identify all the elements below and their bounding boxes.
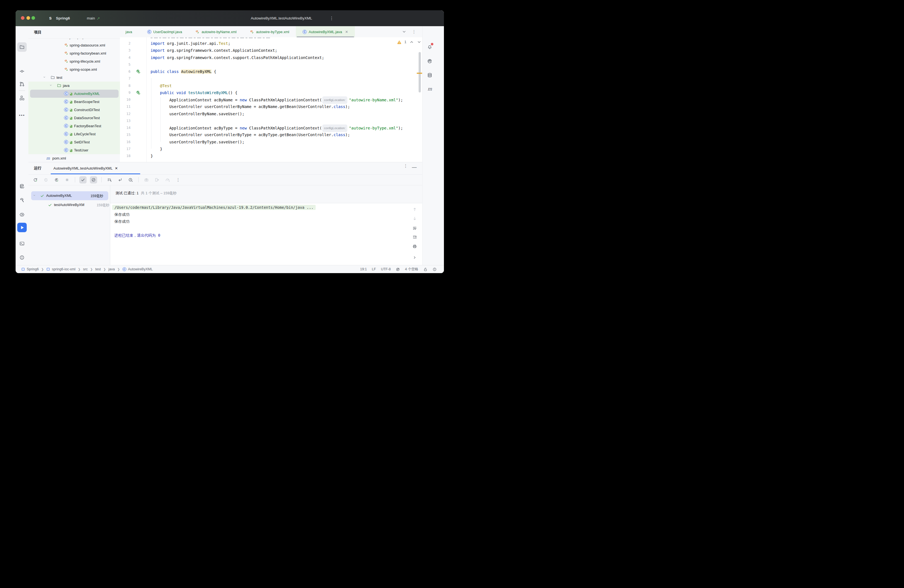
- status-item[interactable]: LF: [372, 267, 376, 271]
- status-item[interactable]: 4 个空格: [405, 267, 418, 272]
- tool-maven-button[interactable]: m: [425, 84, 435, 93]
- breadcrumb-java[interactable]: java: [109, 267, 115, 271]
- tree-item-SetDITest[interactable]: CSetDITest: [28, 138, 120, 146]
- tool-structure-button[interactable]: [16, 93, 28, 103]
- project-panel-header[interactable]: 项目: [28, 26, 120, 39]
- down-arrow-button[interactable]: [411, 217, 419, 221]
- editor-scrollbar[interactable]: [419, 52, 421, 92]
- test-passed-icon: [48, 203, 52, 207]
- stop-button[interactable]: [63, 176, 71, 183]
- breadcrumb-test[interactable]: test: [95, 267, 101, 271]
- close-window-button[interactable]: [21, 16, 24, 20]
- bang-circle-status-icon[interactable]: [433, 267, 437, 272]
- tree-item-BeanScopeTest[interactable]: CBeanScopeTest: [28, 98, 120, 106]
- tree-item-spring-factorybean.xml[interactable]: spring-factorybean.xml: [28, 49, 120, 57]
- test-row-testAutoWireByXM[interactable]: testAutoWireByXM159毫秒: [28, 201, 110, 209]
- left-tool-strip: •••: [16, 26, 28, 265]
- tree-item-AutowireByXML[interactable]: CAutowireByXML: [28, 90, 120, 98]
- code-editor[interactable]: 2import org.junit.jupiter.api.Test;3impo…: [120, 37, 422, 162]
- tree-item-spring-lifecycle.xml[interactable]: spring-lifecycle.xml: [28, 57, 120, 65]
- tree-item-LifeCycleTest[interactable]: CLifeCycleTest: [28, 130, 120, 138]
- scroll-end-button[interactable]: [411, 235, 419, 239]
- code-line-9: 9 public void testAutoWireByXML() {: [120, 89, 422, 96]
- chevron-right-button[interactable]: [411, 255, 419, 260]
- tool-commit-button[interactable]: [16, 66, 28, 76]
- sort-down-button[interactable]: [106, 176, 113, 183]
- show-ignored-button[interactable]: [90, 176, 97, 183]
- rerun-button[interactable]: [32, 176, 39, 183]
- tree-item-FactoryBeanTest[interactable]: CFactoryBeanTest: [28, 122, 120, 130]
- tool-bell-button[interactable]: [425, 42, 435, 52]
- tree-item-ConstructDITest[interactable]: CConstructDITest: [28, 106, 120, 114]
- run-test-gutter-icon[interactable]: [136, 70, 141, 74]
- inspection-widget[interactable]: 1: [397, 40, 421, 44]
- export-button[interactable]: [153, 176, 161, 183]
- lock-open-status-icon[interactable]: [424, 267, 428, 272]
- editor-tab-autowire-byName.xml[interactable]: autowire-byName.xml: [189, 26, 243, 37]
- tab-label: autowire-byName.xml: [202, 30, 237, 34]
- branch-widget[interactable]: main ↗: [85, 10, 101, 26]
- chevron-down-icon[interactable]: [43, 76, 46, 79]
- run-configuration-name[interactable]: AutowireByXML.testAutoWireByXML: [251, 16, 312, 21]
- tree-item-DataSourceTest[interactable]: CDataSourceTest: [28, 114, 120, 122]
- tool-terminal-button[interactable]: [16, 239, 28, 248]
- zoom-window-button[interactable]: [32, 16, 35, 20]
- run-tab[interactable]: AutowireByXML.testAutoWireByXML ✕: [51, 162, 118, 174]
- minimize-window-button[interactable]: [27, 16, 30, 20]
- run-test-gutter-icon[interactable]: [136, 90, 141, 95]
- show-passed-button[interactable]: [79, 176, 87, 183]
- kebab-button[interactable]: ⋮: [174, 176, 182, 183]
- next-problem-icon[interactable]: [417, 40, 421, 44]
- status-item[interactable]: 19:1: [360, 267, 367, 271]
- line-number: 14: [120, 126, 131, 130]
- toolbar-separator: [75, 177, 75, 182]
- status-item[interactable]: UTF-8: [381, 267, 391, 271]
- tool-ai-assistant-button[interactable]: [425, 57, 435, 66]
- gauge-button[interactable]: [164, 176, 171, 183]
- tool-run-play-button[interactable]: [16, 223, 28, 232]
- tool-services-button[interactable]: [16, 210, 28, 220]
- tab-list-icon[interactable]: [402, 30, 406, 34]
- eye-off-status-icon[interactable]: [396, 267, 400, 272]
- tool-pull-requests-button[interactable]: [16, 79, 28, 89]
- run-console[interactable]: /Users/codermast/Library/Java/JavaVirtua…: [110, 203, 422, 266]
- breadcrumb-spring6-ioc-xml[interactable]: spring6-ioc-xml: [46, 267, 76, 271]
- project-folder-icon: [19, 44, 24, 49]
- up-arrow-button[interactable]: [411, 207, 419, 212]
- tool-problems-button[interactable]: [16, 253, 28, 262]
- tool-hammer-button[interactable]: [16, 196, 28, 205]
- tool-more-h-button[interactable]: •••: [16, 111, 28, 120]
- tool-db-check-button[interactable]: [16, 182, 28, 191]
- chevron-down-icon[interactable]: [33, 194, 36, 198]
- editor-tab-java[interactable]: java: [120, 26, 141, 37]
- breadcrumb-Spring6[interactable]: Spring6: [21, 267, 39, 271]
- tool-database-button[interactable]: [425, 70, 435, 80]
- print-button[interactable]: [411, 244, 419, 249]
- project-widget[interactable]: S Spring6: [47, 10, 72, 26]
- chevron-down-icon[interactable]: [49, 84, 53, 87]
- breadcrumb-src[interactable]: src: [83, 267, 88, 271]
- hide-panel-icon[interactable]: —: [412, 164, 417, 170]
- tree-item-label: spring-lifecycle.xml: [70, 59, 100, 63]
- camera-button[interactable]: [143, 176, 150, 183]
- tree-item-spring-scope.xml[interactable]: spring-scope.xml: [28, 65, 120, 74]
- tree-item-TestUser[interactable]: CTestUser: [28, 146, 120, 154]
- test-row-AutowireByXML[interactable]: AutowireByXML159毫秒: [28, 191, 108, 200]
- soft-wrap-button[interactable]: [411, 226, 419, 231]
- tree-item-test[interactable]: test: [28, 74, 120, 82]
- tool-project-folder-button[interactable]: [16, 42, 28, 52]
- close-icon[interactable]: ✕: [345, 30, 348, 34]
- tree-item-spring-datasource.xml[interactable]: spring-datasource.xml: [28, 41, 120, 49]
- auto-rerun-button[interactable]: [53, 176, 60, 183]
- editor-tab-autowire-byType.xml[interactable]: autowire-byType.xml: [243, 26, 296, 37]
- prev-problem-icon[interactable]: [409, 40, 414, 44]
- nav-in-button[interactable]: [116, 176, 123, 183]
- breadcrumb-AutowireByXML[interactable]: CAutowireByXML: [122, 267, 153, 271]
- tree-item-pom.xml[interactable]: mpom.xml: [28, 154, 120, 162]
- tree-item-java[interactable]: java: [28, 82, 120, 90]
- editor-tab-UserDaoImpl.java[interactable]: CUserDaoImpl.java: [141, 26, 189, 37]
- close-icon[interactable]: ✕: [115, 166, 118, 171]
- rerun-failed-button[interactable]: [42, 176, 49, 183]
- history-clock-button[interactable]: [127, 176, 134, 183]
- editor-tab-AutowireByXML.java[interactable]: CAutowireByXML.java✕: [296, 26, 355, 37]
